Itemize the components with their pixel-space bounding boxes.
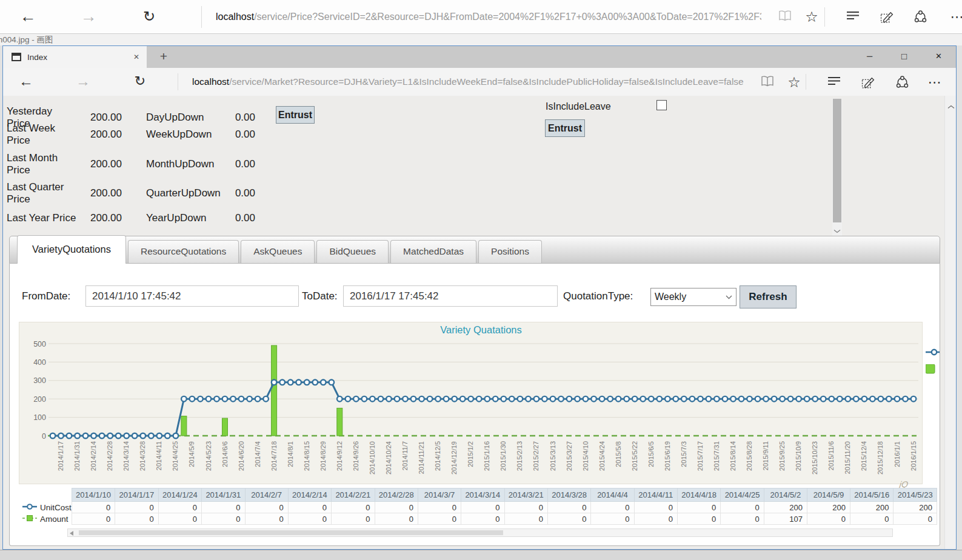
inner-address-bar[interactable]: localhost/service/Market?Resource=DJH&Va… <box>192 68 750 96</box>
price-row-value: 200.00 <box>78 112 122 124</box>
svg-text:2014/2/14: 2014/2/14 <box>90 441 97 471</box>
inner-back-icon[interactable]: ← <box>14 68 38 96</box>
inner-more-icon[interactable]: ⋯ <box>927 75 943 90</box>
tab-close-icon[interactable]: ✕ <box>133 53 139 61</box>
outer-reading-view-icon[interactable] <box>777 10 793 24</box>
inner-web-note-icon[interactable] <box>860 75 876 90</box>
series-value-cell: 0 <box>158 513 201 525</box>
outer-hub-icon[interactable] <box>845 10 861 24</box>
svg-text:Variety Quatations: Variety Quatations <box>440 324 522 335</box>
table-scrollbar-thumb[interactable] <box>79 530 503 535</box>
outer-share-icon[interactable] <box>912 10 928 24</box>
tab-matcheddatas[interactable]: MatchedDatas <box>390 240 476 263</box>
outer-favorites-star-icon[interactable]: ☆ <box>804 10 820 24</box>
series-value-cell: 0 <box>677 502 720 513</box>
svg-text:2015/4/10: 2015/4/10 <box>582 441 589 471</box>
svg-text:2016/1/1: 2016/1/1 <box>894 441 901 467</box>
to-date-input[interactable] <box>343 285 558 307</box>
outer-back-icon[interactable]: ← <box>16 0 40 34</box>
inner-hub-icon[interactable] <box>826 75 842 90</box>
price-row-label: Last Year Price <box>7 212 78 224</box>
tab-askqueues[interactable]: AskQueues <box>241 240 315 263</box>
quotations-data-table: 2014/1/102014/1/172014/1/242014/1/312014… <box>22 488 937 525</box>
section-scrollbar-thumb[interactable] <box>833 99 841 222</box>
outer-more-icon[interactable]: ⋯ <box>949 10 962 24</box>
svg-text:2015/2/13: 2015/2/13 <box>516 441 523 471</box>
outer-address-bar[interactable]: localhost/service/Price?ServiceID=2&Reso… <box>216 0 761 34</box>
svg-text:2015/1/30: 2015/1/30 <box>499 441 507 471</box>
svg-text:2014/11/7: 2014/11/7 <box>401 441 409 470</box>
price-row: Last Week Price200.00WeekUpDown0.00 <box>7 122 255 147</box>
table-date-header: 2014/5/16 <box>850 488 894 502</box>
svg-text:2015/7/31: 2015/7/31 <box>713 441 720 471</box>
svg-text:2015/3/13: 2015/3/13 <box>549 441 556 471</box>
series-value-cell: 0 <box>245 502 288 513</box>
table-date-header: 2014/3/21 <box>504 488 547 502</box>
svg-text:2014/6/6: 2014/6/6 <box>221 441 229 467</box>
section-scrollbar[interactable] <box>832 99 842 236</box>
series-value-cell: 0 <box>245 513 288 525</box>
svg-text:2015/10/9: 2015/10/9 <box>795 441 802 471</box>
svg-text:400: 400 <box>33 358 46 367</box>
svg-text:2014/8/29: 2014/8/29 <box>319 441 327 471</box>
quotation-type-select[interactable]: Weekly <box>650 288 737 306</box>
entrust-button[interactable]: Entrust <box>276 106 315 124</box>
svg-text:2015/7/3: 2015/7/3 <box>680 441 687 467</box>
from-date-input[interactable] <box>85 285 299 307</box>
inner-favorites-star-icon[interactable]: ☆ <box>786 75 802 90</box>
svg-text:2014/8/15: 2014/8/15 <box>303 441 310 471</box>
inner-forward-icon[interactable]: → <box>71 68 95 96</box>
series-value-cell: 0 <box>504 513 547 525</box>
series-value-cell: 0 <box>547 513 590 525</box>
svg-text:2015/8/14: 2015/8/14 <box>729 441 737 471</box>
table-date-header: 2014/4/11 <box>634 488 677 502</box>
scroll-left-arrow-icon[interactable] <box>70 531 73 536</box>
refresh-button[interactable]: Refresh <box>740 285 797 308</box>
table-corner-cell <box>22 488 72 502</box>
quotations-tab-strip: VarietyQuotationsResourceQuotationsAskQu… <box>9 236 940 264</box>
window-maximize-button[interactable]: □ <box>887 46 921 68</box>
inner-reading-view-icon[interactable] <box>760 75 775 90</box>
outer-web-note-icon[interactable] <box>879 10 895 24</box>
table-date-header: 2014/3/7 <box>418 488 461 502</box>
tab-resourcequotations[interactable]: ResourceQuotations <box>128 240 239 263</box>
entrust-button-2[interactable]: Entrust <box>545 119 585 137</box>
series-value-cell: 0 <box>158 502 201 513</box>
tab-positions[interactable]: Positions <box>478 240 542 263</box>
inner-addressbar-divider <box>178 73 178 90</box>
outer-refresh-icon[interactable]: ↻ <box>137 0 161 34</box>
table-horizontal-scrollbar[interactable] <box>67 528 893 537</box>
series-value-cell: 0 <box>418 513 461 525</box>
quotations-chart: 01002003004005002014/1/172014/1/312014/2… <box>19 322 923 484</box>
browser-tab-index[interactable]: Index ✕ <box>3 46 147 68</box>
series-value-cell: 0 <box>375 502 418 513</box>
series-value-cell: 0 <box>850 513 894 525</box>
new-tab-button[interactable]: + <box>153 46 175 68</box>
page-content: Latest Price200.00Yesterday Price200.00D… <box>3 96 956 549</box>
page-scrollbar[interactable] <box>944 96 956 549</box>
window-close-button[interactable]: ✕ <box>921 46 956 68</box>
inner-refresh-icon[interactable]: ↻ <box>128 68 152 96</box>
chart-canvas: 01002003004005002014/1/172014/1/312014/2… <box>19 322 922 484</box>
window-minimize-button[interactable]: ─ <box>852 46 887 68</box>
table-row: UnitCost0000000000000000200200200200 <box>22 502 937 513</box>
series-value-cell: 0 <box>461 502 504 513</box>
unitcost-legend-icon <box>926 348 940 356</box>
is-include-leave-checkbox[interactable] <box>656 100 667 110</box>
chevron-down-icon[interactable] <box>833 225 841 236</box>
series-value-cell: 0 <box>332 502 375 513</box>
chevron-up-icon[interactable] <box>947 101 955 112</box>
svg-text:2015/6/5: 2015/6/5 <box>647 441 655 467</box>
tab-varietyquotations[interactable]: VarietyQuotations <box>17 235 126 264</box>
series-value-cell: 0 <box>72 502 115 513</box>
svg-text:2014/11/21: 2014/11/21 <box>418 441 425 474</box>
svg-text:2014/4/25: 2014/4/25 <box>172 441 179 471</box>
outer-browser-toolbar: ← → ↻ localhost/service/Price?ServiceID=… <box>0 0 962 34</box>
outer-forward-icon[interactable]: → <box>76 0 101 34</box>
tab-bidqueues[interactable]: BidQueues <box>316 240 389 263</box>
svg-text:2014/1/17: 2014/1/17 <box>57 441 64 471</box>
inner-share-icon[interactable] <box>894 75 910 90</box>
amount-series-icon <box>22 515 38 524</box>
chart-legend-clipped <box>926 348 940 374</box>
series-name: Amount <box>40 515 68 524</box>
